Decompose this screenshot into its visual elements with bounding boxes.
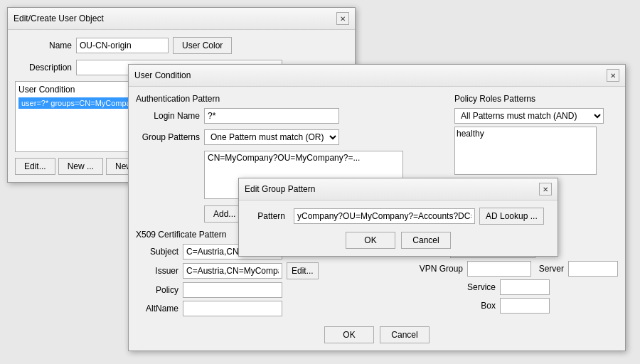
policy-row: Policy [136, 282, 406, 298]
group-patterns-label: Group Patterns [136, 132, 200, 142]
server-label: Server [535, 264, 564, 274]
login-name-input[interactable] [204, 108, 339, 124]
group-patterns-select[interactable]: One Pattern must match (OR) All Patterns… [204, 129, 339, 145]
new-btn[interactable]: New ... [58, 158, 103, 175]
box-input[interactable] [500, 298, 550, 314]
policy-roles-title: Policy Roles Patterns [454, 94, 618, 104]
altname-row: AltName [136, 301, 406, 316]
name-label: Name [15, 41, 72, 50]
description-label: Description [15, 63, 72, 73]
subject-label: Subject [136, 247, 178, 257]
policy-input[interactable] [183, 282, 282, 298]
box-label: Box [467, 301, 496, 311]
user-condition-close[interactable]: ✕ [607, 69, 619, 82]
service-row: Service [467, 279, 618, 295]
edit-group-dialog: Edit Group Pattern ✕ Pattern AD Lookup .… [238, 178, 558, 257]
issuer-input[interactable] [183, 263, 282, 279]
edit-group-titlebar: Edit Group Pattern ✕ [239, 178, 558, 200]
login-name-label: Login Name [136, 111, 200, 121]
policy-roles-item: healthy [457, 129, 594, 139]
ad-lookup-btn[interactable]: AD Lookup ... [479, 208, 544, 225]
eg-ok-cancel: OK Cancel [246, 232, 550, 249]
altname-label: AltName [136, 304, 178, 314]
pattern-input[interactable] [294, 208, 475, 224]
vpn-group-label: VPN Group [413, 264, 463, 274]
login-name-row: Login Name [136, 108, 447, 124]
issuer-row: Issuer Edit... [136, 262, 406, 279]
policy-roles-select[interactable]: All Patterns must match (AND) One Patter… [454, 108, 604, 124]
group-patterns-row: Group Patterns One Pattern must match (O… [136, 129, 447, 145]
edit-user-titlebar: Edit/Create User Object ✕ [8, 8, 355, 30]
uc-ok-cancel: OK Cancel [136, 326, 618, 343]
edit-user-title: Edit/Create User Object [14, 14, 104, 23]
name-row: Name User Color [15, 37, 348, 54]
altname-input[interactable] [183, 301, 282, 316]
eg-ok-btn[interactable]: OK [346, 232, 395, 249]
edit-group-content: Pattern AD Lookup ... OK Cancel [239, 200, 558, 256]
vpn-group-row: VPN Group Server [413, 261, 618, 277]
edit-user-close[interactable]: ✕ [336, 12, 349, 25]
issuer-label: Issuer [136, 266, 178, 276]
pattern-label: Pattern [246, 211, 285, 221]
policy-label: Policy [136, 285, 178, 295]
vpn-group-input[interactable] [467, 261, 531, 277]
uc-ok-btn[interactable]: OK [324, 326, 374, 343]
uc-cancel-btn[interactable]: Cancel [380, 326, 430, 343]
service-label: Service [467, 282, 496, 292]
pattern-row: Pattern AD Lookup ... [246, 208, 550, 225]
user-condition-titlebar: User Condition ✕ [129, 65, 625, 87]
policy-roles-list: healthy [454, 127, 597, 175]
edit-group-title: Edit Group Pattern [245, 184, 315, 194]
service-input[interactable] [500, 279, 550, 295]
auth-pattern-title: Authentication Pattern [136, 94, 447, 104]
edit-btn[interactable]: Edit... [15, 158, 55, 175]
name-input[interactable] [76, 38, 169, 53]
edit-group-close[interactable]: ✕ [539, 183, 552, 196]
eg-cancel-btn[interactable]: Cancel [401, 232, 451, 249]
box-row: Box [467, 298, 618, 314]
server-input[interactable] [568, 261, 618, 277]
issuer-edit-btn[interactable]: Edit... [287, 262, 319, 279]
user-color-button[interactable]: User Color [173, 37, 232, 54]
user-condition-title: User Condition [134, 70, 191, 80]
